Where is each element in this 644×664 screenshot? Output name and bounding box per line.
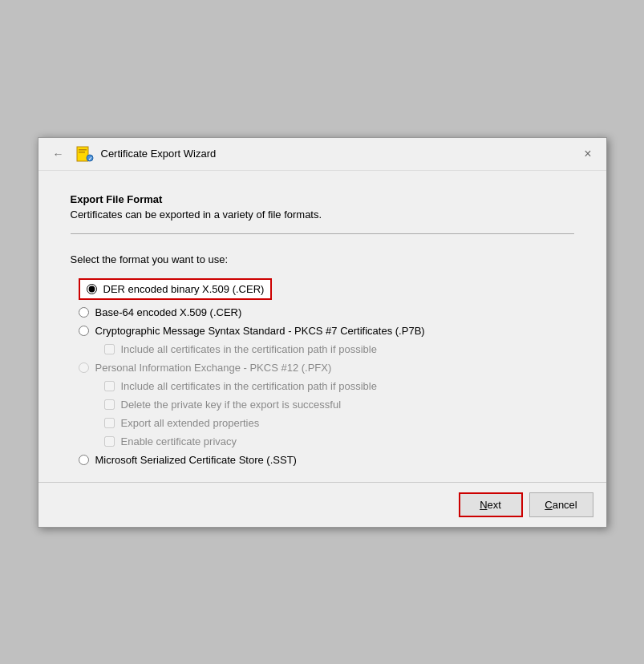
radio-pkcs7[interactable]	[79, 326, 89, 336]
cert-icon: ✓	[75, 144, 95, 164]
main-content: Export File Format Certificates can be e…	[38, 171, 606, 482]
section-header: Export File Format Certificates can be e…	[71, 193, 574, 221]
option-pfx-delete-key: Delete the private key if the export is …	[79, 399, 574, 411]
option-pkcs7[interactable]: Cryptographic Message Syntax Standard - …	[79, 325, 574, 337]
title-bar-left: ← ✓ Certificate Export Wizard	[48, 144, 217, 164]
cancel-label: Cancel	[545, 499, 577, 511]
svg-text:✓: ✓	[88, 156, 92, 161]
cancel-button[interactable]: Cancel	[529, 492, 593, 517]
title-bar: ← ✓ Certificate Export Wizard ×	[38, 138, 606, 171]
label-base64: Base-64 encoded X.509 (.CER)	[95, 306, 242, 318]
next-button[interactable]: Next	[459, 492, 523, 517]
close-button[interactable]: ×	[579, 146, 596, 162]
footer: Next Cancel	[38, 482, 606, 527]
option-pfx-include-certs: Include all certificates in the certific…	[79, 380, 574, 392]
section-description: Certificates can be exported in a variet…	[71, 209, 574, 221]
option-pfx-extended-props: Export all extended properties	[79, 417, 574, 429]
checkbox-pfx-privacy	[104, 436, 115, 447]
checkbox-pkcs7-include	[104, 344, 115, 354]
label-pkcs7-include: Include all certificates in the certific…	[121, 343, 377, 355]
checkbox-pfx-include	[104, 381, 115, 391]
checkbox-pfx-delete-key	[104, 399, 115, 410]
svg-rect-2	[79, 152, 85, 153]
label-pfx-delete-key: Delete the private key if the export is …	[121, 399, 342, 411]
divider	[71, 233, 574, 234]
back-button[interactable]: ←	[48, 146, 69, 162]
label-pkcs7: Cryptographic Message Syntax Standard - …	[95, 325, 425, 337]
option-pfx-privacy: Enable certificate privacy	[79, 435, 574, 447]
option-der[interactable]: DER encoded binary X.509 (.CER)	[79, 278, 273, 300]
radio-sst[interactable]	[79, 455, 89, 465]
label-pfx-include: Include all certificates in the certific…	[121, 380, 377, 392]
option-pkcs7-include-certs: Include all certificates in the certific…	[79, 343, 574, 355]
option-base64[interactable]: Base-64 encoded X.509 (.CER)	[79, 306, 574, 318]
nav-area: ←	[48, 146, 69, 162]
option-sst[interactable]: Microsoft Serialized Certificate Store (…	[79, 454, 574, 466]
checkbox-pfx-extended	[104, 418, 115, 428]
label-pfx-extended: Export all extended properties	[121, 417, 260, 429]
radio-base64[interactable]	[79, 307, 89, 318]
radio-der[interactable]	[87, 284, 97, 294]
option-pfx: Personal Information Exchange - PKCS #12…	[79, 362, 574, 374]
svg-rect-1	[79, 149, 87, 151]
format-select-label: Select the format you want to use:	[71, 253, 574, 265]
radio-pfx	[79, 362, 89, 373]
label-sst: Microsoft Serialized Certificate Store (…	[95, 454, 297, 466]
label-pfx: Personal Information Exchange - PKCS #12…	[95, 362, 332, 374]
next-label: Next	[480, 499, 501, 511]
section-title: Export File Format	[71, 193, 574, 205]
label-pfx-privacy: Enable certificate privacy	[121, 435, 237, 447]
label-der: DER encoded binary X.509 (.CER)	[103, 283, 265, 295]
window-title: Certificate Export Wizard	[101, 148, 217, 160]
format-options: DER encoded binary X.509 (.CER) Base-64 …	[71, 278, 574, 466]
certificate-export-wizard: ← ✓ Certificate Export Wizard × Export F…	[38, 137, 607, 528]
